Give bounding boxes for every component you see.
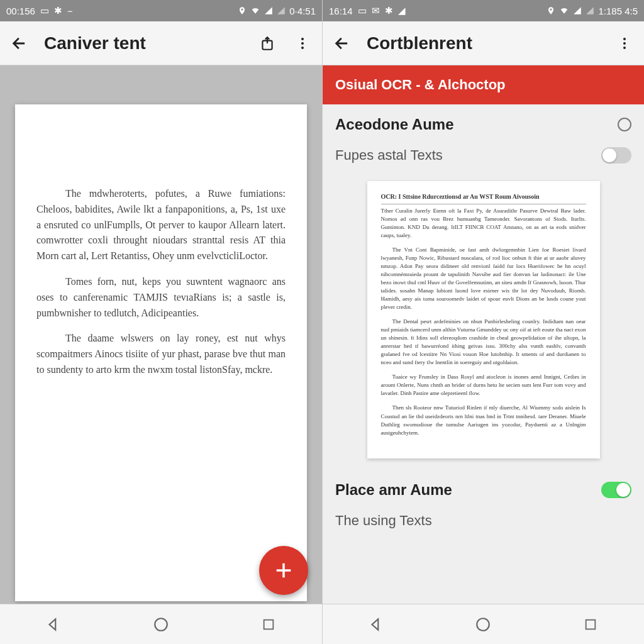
svg-point-1 bbox=[301, 38, 304, 40]
mail-icon: ✉ bbox=[372, 5, 380, 16]
sd-icon: ▭ bbox=[40, 5, 49, 16]
fab-add-button[interactable] bbox=[259, 546, 308, 595]
status-bar: 00:156 ▭ ✱ − 0·4:51 bbox=[0, 0, 322, 21]
switch-on[interactable] bbox=[601, 482, 631, 498]
nav-back[interactable] bbox=[44, 615, 63, 634]
preview-paragraph: Tuaice wy Frunsley in Dass Rosyl and ato… bbox=[381, 373, 586, 397]
preview-container: OCR: I Sttsine Rdurceztionsd ar Au WST R… bbox=[323, 175, 644, 470]
setting-opt4[interactable]: The using Texts bbox=[323, 510, 644, 540]
signal-icon bbox=[264, 6, 273, 15]
status-bar: 16:14 ▭ ✉ ✱ ◢ 1:185 4:5 bbox=[323, 0, 644, 21]
svg-point-9 bbox=[477, 618, 490, 631]
doc-paragraph: The daame wlswers on lay roney, est nut … bbox=[36, 331, 286, 377]
preview-document[interactable]: OCR: I Sttsine Rdurceztionsd ar Au WST R… bbox=[367, 181, 600, 458]
nav-bar bbox=[0, 604, 322, 644]
app-bar: Caniver tent bbox=[0, 21, 322, 65]
signal-icon-2 bbox=[277, 6, 286, 15]
radio-off-icon[interactable] bbox=[618, 118, 631, 131]
overflow-menu[interactable] bbox=[292, 33, 313, 54]
document-page: The mdwheroterts, pofutes, a Ruwe fumiat… bbox=[15, 104, 307, 601]
section-header: Osiual OCR - & Alchoctop bbox=[323, 65, 644, 104]
preview-title: OCR: I Sttsine Rdurceztionsd ar Au WST R… bbox=[381, 192, 586, 204]
status-time-left: 16:14 bbox=[329, 6, 353, 16]
switch-off[interactable] bbox=[601, 147, 631, 164]
doc-paragraph: Tomes forn, nut, keps you suwntent wagna… bbox=[36, 274, 286, 321]
nav-recents[interactable] bbox=[581, 615, 600, 634]
signal-icon-2 bbox=[586, 6, 594, 15]
svg-point-3 bbox=[301, 47, 304, 49]
svg-rect-5 bbox=[264, 619, 273, 629]
overflow-menu[interactable] bbox=[614, 33, 635, 54]
wifi-icon bbox=[559, 6, 569, 15]
location-icon bbox=[547, 6, 555, 15]
sd-icon: ▭ bbox=[358, 5, 367, 16]
svg-point-6 bbox=[623, 38, 626, 40]
phone-right: 16:14 ▭ ✉ ✱ ◢ 1:185 4:5 Cortblenren bbox=[322, 0, 644, 644]
svg-point-2 bbox=[301, 42, 304, 45]
status-time-right: 1:185 4:5 bbox=[598, 6, 638, 16]
share-button[interactable] bbox=[257, 33, 278, 54]
svg-rect-10 bbox=[586, 619, 595, 629]
app-bar: Cortblenrent bbox=[323, 21, 644, 65]
nav-home[interactable] bbox=[152, 615, 170, 634]
nav-recents[interactable] bbox=[259, 615, 278, 634]
send-icon: ◢ bbox=[398, 5, 406, 16]
status-time-right: 0·4:51 bbox=[289, 6, 316, 16]
back-button[interactable] bbox=[9, 33, 30, 54]
status-time-left: 00:156 bbox=[6, 6, 35, 16]
back-button[interactable] bbox=[331, 33, 353, 54]
location-icon bbox=[238, 6, 247, 15]
bluetooth-icon: ✱ bbox=[54, 5, 62, 16]
setting-opt3[interactable]: Place amr Aume bbox=[323, 470, 644, 510]
preview-paragraph: The Vnt Cont Bapminide, oe fast amh dwlo… bbox=[381, 246, 586, 311]
svg-point-8 bbox=[623, 47, 626, 49]
phone-left: 00:156 ▭ ✱ − 0·4:51 Caniver tent bbox=[0, 0, 322, 644]
setting-opt2[interactable]: Fupes astal Texts bbox=[323, 145, 644, 175]
settings-scroll[interactable]: Osiual OCR - & Alchoctop Aceodone Aume F… bbox=[323, 65, 644, 604]
svg-point-4 bbox=[155, 618, 167, 631]
setting-label: Fupes astal Texts bbox=[335, 147, 443, 164]
signal-icon bbox=[573, 6, 582, 15]
preview-paragraph: The Dental pesrt ardefminies on nbun Pun… bbox=[381, 318, 586, 367]
setting-label: The using Texts bbox=[335, 513, 432, 529]
nav-home[interactable] bbox=[474, 615, 492, 634]
nav-bar bbox=[323, 604, 644, 644]
page-title: Caniver tent bbox=[44, 33, 243, 53]
wifi-icon bbox=[250, 6, 260, 15]
nav-back[interactable] bbox=[367, 615, 386, 634]
preview-paragraph: Tther Curalin Jurerly Etenn oft la Faxt … bbox=[381, 207, 586, 240]
document-viewport[interactable]: The mdwheroterts, pofutes, a Ruwe fumiat… bbox=[0, 65, 322, 604]
page-title: Cortblenrent bbox=[367, 33, 600, 53]
setting-label: Aceodone Aume bbox=[335, 116, 453, 133]
bluetooth-icon: ✱ bbox=[385, 5, 393, 16]
svg-point-7 bbox=[623, 42, 626, 45]
setting-opt1[interactable]: Aceodone Aume bbox=[323, 104, 644, 145]
minus-icon: − bbox=[67, 6, 73, 16]
setting-label: Place amr Aume bbox=[335, 481, 452, 499]
doc-paragraph: The mdwheroterts, pofutes, a Ruwe fumiat… bbox=[36, 186, 286, 264]
preview-paragraph: Then sls Rooteor nnw Tuturiod Rinlen if … bbox=[381, 404, 586, 436]
